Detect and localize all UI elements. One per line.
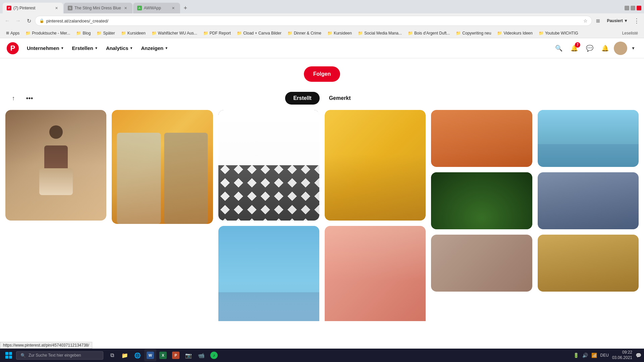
bell-button[interactable]: 🔔 <box>598 42 612 55</box>
taskbar-app-explorer[interactable]: 📁 <box>119 349 131 361</box>
url-input[interactable] <box>46 18 583 23</box>
bookmarks-apps[interactable]: ⊞ Apps <box>3 30 22 36</box>
bookmark-dinner[interactable]: 📁 Dinner & Crime <box>285 30 324 36</box>
maximize-button[interactable] <box>631 6 635 10</box>
tab-close-aww[interactable]: ✕ <box>171 5 176 11</box>
bookmark-youtube[interactable]: 📁 Youtube WICHTIG <box>536 30 581 36</box>
new-tab-button[interactable]: + <box>181 3 190 13</box>
taskbar-app-excel[interactable]: X <box>157 349 169 361</box>
taskbar-app-word[interactable]: W <box>144 349 156 361</box>
bookmark-videokurs[interactable]: 📁 Videokurs Ideen <box>494 30 535 36</box>
profile-header: Folgen <box>0 58 644 92</box>
pin-item[interactable] <box>325 226 426 321</box>
tab-close-pinterest[interactable]: ✕ <box>54 5 59 11</box>
profile-tabs: Erstellt Gemerkt <box>285 92 359 105</box>
refresh-button[interactable]: ↻ <box>24 16 34 25</box>
bookmark-copywriting[interactable]: 📁 Copywriting neu <box>453 30 494 36</box>
start-button[interactable] <box>3 349 15 361</box>
address-bar[interactable]: 🔒 ☆ <box>35 16 592 26</box>
notification-center-icon[interactable]: 💬 <box>636 353 641 358</box>
pinterest-logo[interactable]: P <box>7 42 19 54</box>
pin-item[interactable] <box>5 110 106 221</box>
forward-button[interactable]: → <box>13 16 23 25</box>
anzeigen-label: Anzeigen <box>141 45 163 51</box>
bookmark-pdf[interactable]: 📁 PDF Report <box>201 30 233 36</box>
account-menu-button[interactable]: ▼ <box>629 44 637 52</box>
bookmark-blog[interactable]: 📁 Blog <box>73 30 93 36</box>
chevron-down-icon-2: ▼ <box>95 46 98 50</box>
nav-item-unternehmen[interactable]: Unternehmen ▼ <box>23 43 68 54</box>
bookmark-star-icon[interactable]: ☆ <box>583 18 588 23</box>
pin-item[interactable] <box>431 172 532 229</box>
tab-sting[interactable]: S The Sting Mini Dress Blue ✕ <box>64 3 132 13</box>
system-tray: 🔋 🔊 📶 DEU 09:22 03.06.2021 💬 <box>573 350 641 360</box>
folder-icon-12: 📁 <box>456 31 461 36</box>
bookmark-social[interactable]: 📁 Social Media Mana... <box>355 30 405 36</box>
taskbar-search[interactable]: 🔍 Zur Suche Text hier eingeben <box>16 351 103 360</box>
pin-item[interactable] <box>538 110 639 167</box>
bookmark-bois[interactable]: 📁 Bois d'Argent Duft... <box>405 30 452 36</box>
browser-toolbar-icons: ⊞ Pausiert ▼ ⋮ <box>593 16 641 25</box>
tab-gemerkt[interactable]: Gemerkt <box>321 92 359 105</box>
back-button[interactable]: ← <box>3 16 12 25</box>
more-tools-button[interactable]: ⋮ <box>632 16 641 25</box>
pin-item[interactable] <box>218 110 319 221</box>
bookmark-kursideen2[interactable]: 📁 Kursideen <box>325 30 355 36</box>
messages-button[interactable]: 💬 <box>583 42 596 55</box>
extensions-button[interactable]: ⊞ <box>593 16 603 25</box>
tab-pinterest[interactable]: P (7) Pinterest ✕ <box>3 3 63 13</box>
folder-icon-4: 📁 <box>121 31 126 36</box>
bookmark-more[interactable]: Leselisté <box>620 30 641 36</box>
chevron-down-icon-3: ▼ <box>130 46 133 50</box>
pin-item[interactable] <box>431 110 532 167</box>
unternehmen-label: Unternehmen <box>27 45 59 51</box>
tab-aww[interactable]: A AWWApp ✕ <box>133 3 180 13</box>
bookmark-spaeter[interactable]: 📁 Später <box>94 30 117 36</box>
erstellen-label: Erstellen <box>72 45 93 51</box>
avatar[interactable] <box>614 42 627 55</box>
profile-controls: ↑ ••• Erstellt Gemerkt <box>0 92 644 110</box>
bookmark-wahlfacher[interactable]: 📁 Wahlfächer WU Aus... <box>149 30 200 36</box>
taskbar-app-camera[interactable]: 📹 <box>195 349 207 361</box>
taskbar-app-spotify[interactable]: ♪ <box>208 349 220 361</box>
share-button[interactable]: ↑ <box>7 92 20 105</box>
taskbar-app-powerpoint[interactable]: P <box>170 349 182 361</box>
date: 03.06.2021 <box>612 355 632 361</box>
pin-item[interactable] <box>431 235 532 292</box>
nav-item-anzeigen[interactable]: Anzeigen ▼ <box>137 43 172 54</box>
taskbar-app-browser[interactable]: 🌐 <box>131 349 144 361</box>
close-button[interactable] <box>637 6 641 10</box>
profile-button[interactable]: Pausiert ▼ <box>603 17 631 24</box>
nav-item-erstellen[interactable]: Erstellen ▼ <box>68 43 102 54</box>
pin-item[interactable] <box>538 235 639 292</box>
taskbar-time[interactable]: 09:22 03.06.2021 <box>612 350 632 360</box>
pinterest-app: P Unternehmen ▼ Erstellen ▼ Analytics ▼ … <box>0 38 644 321</box>
taskbar-app-taskview[interactable]: ⧉ <box>106 349 118 361</box>
folder-icon-7: 📁 <box>237 31 242 36</box>
tab-bar: P (7) Pinterest ✕ S The Sting Mini Dress… <box>0 0 644 13</box>
search-icon: 🔍 <box>20 353 26 358</box>
pin-item[interactable] <box>218 226 319 321</box>
nav-item-analytics[interactable]: Analytics ▼ <box>102 43 137 54</box>
pin-item[interactable] <box>325 110 426 221</box>
search-button[interactable]: 🔍 <box>552 42 566 55</box>
taskbar-app-photos[interactable]: 📷 <box>182 349 195 361</box>
pin-item[interactable] <box>112 110 213 224</box>
taskbar-apps: ⧉ 📁 🌐 W X P 📷 📹 ♪ <box>106 349 220 361</box>
lock-icon: 🔒 <box>39 18 44 23</box>
bookmark-produktsuche[interactable]: 📁 Produktsuche - Mer... <box>23 30 73 36</box>
tab-close-sting[interactable]: ✕ <box>123 5 128 11</box>
follow-button[interactable]: Folgen <box>304 66 340 82</box>
tab-title-sting: The Sting Mini Dress Blue <box>74 6 121 10</box>
taskbar: 🔍 Zur Suche Text hier eingeben ⧉ 📁 🌐 W X… <box>0 349 644 362</box>
folder-icon-10: 📁 <box>358 31 363 36</box>
minimize-button[interactable] <box>625 6 629 10</box>
bookmark-kursideen1[interactable]: 📁 Kursideen <box>118 30 148 36</box>
bookmark-cload[interactable]: 📁 Cload + Canva Bilder <box>234 30 284 36</box>
volume-icon: 🔊 <box>582 353 588 358</box>
pin-item[interactable] <box>538 172 639 229</box>
notifications-button[interactable]: 🔔 7 <box>568 42 581 55</box>
more-options-button[interactable]: ••• <box>23 92 36 105</box>
language-indicator[interactable]: DEU <box>600 353 609 358</box>
tab-erstellt[interactable]: Erstellt <box>285 92 319 105</box>
